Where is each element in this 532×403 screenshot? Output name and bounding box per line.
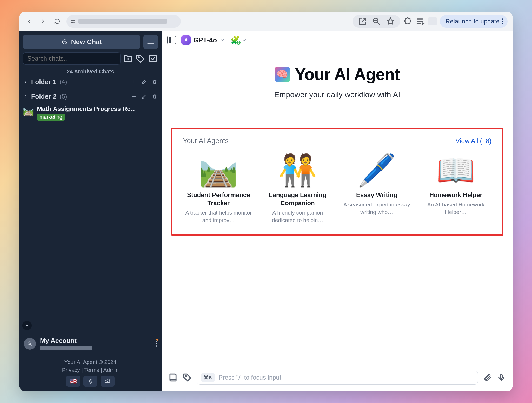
agent-name: Homework Helper [420,191,492,199]
hamburger-icon [147,40,154,44]
folder-row-2[interactable]: Folder 2 (5) [19,89,162,104]
address-actions [353,15,400,28]
edit-icon[interactable] [141,94,147,99]
agent-card[interactable]: 🖊️ Essay Writing A seasoned expert in es… [341,151,413,224]
agent-emoji-icon: 📖 [420,151,492,189]
new-folder-button[interactable] [123,54,133,63]
account-row[interactable]: My Account [19,332,162,355]
browser-toolbar: Relaunch to update [19,12,513,31]
bookmark-button[interactable] [386,17,395,26]
agent-emoji-icon: 🧑‍🤝‍🧑 [262,151,334,189]
plus-icon[interactable] [131,79,137,85]
star-icon [386,17,395,26]
new-chat-button[interactable]: New Chat [23,35,140,49]
avatar [24,338,36,350]
chat-bubble-icon [61,38,68,45]
reload-button[interactable] [52,17,62,26]
svg-point-9 [89,380,91,382]
profile-square[interactable] [428,17,437,25]
address-bar[interactable] [66,15,181,28]
tag-icon [136,54,145,63]
sidebar-menu-button[interactable] [143,35,158,49]
agent-card[interactable]: 📖 Homework Helper An AI-based Homework H… [420,151,492,224]
scroll-indicator[interactable] [22,321,32,330]
svg-point-6 [138,57,139,58]
agent-desc: A tracker that helps monitor and improv… [183,209,254,224]
plugin-selector[interactable]: 🧩5 [230,36,247,45]
agent-name: Essay Writing [341,191,413,199]
zoom-button[interactable] [372,17,381,26]
admin-link[interactable]: Admin [103,367,119,373]
folder-row-1[interactable]: Folder 1 (4) [19,75,162,89]
svg-point-3 [64,42,64,42]
panel-toggle-button[interactable] [167,36,176,44]
plus-icon[interactable] [131,94,137,99]
trash-icon[interactable] [152,79,157,85]
terms-link[interactable]: Terms [84,367,99,373]
agent-card[interactable]: 🧑‍🤝‍🧑 Language Learning Companion A frie… [262,151,334,224]
external-link-icon [358,17,367,26]
account-more-button[interactable] [156,340,157,348]
more-vert-icon [502,18,503,24]
book-icon [168,372,178,383]
select-button[interactable] [148,54,158,63]
account-name: My Account [40,337,92,344]
forward-button[interactable] [38,17,48,26]
main-toolbar: ✦ GPT-4o 🧩5 [162,31,513,49]
chat-title: Math Assignments Progress Re... [37,105,151,113]
chevron-right-icon [23,80,28,84]
prompt-library-button[interactable] [182,372,193,383]
view-all-link[interactable]: View All (18) [456,137,492,145]
app-logo-icon: 🧠 [275,67,290,82]
paperclip-icon [483,373,491,382]
agent-emoji-icon: 🖊️ [341,151,413,189]
privacy-link[interactable]: Privacy [62,367,80,373]
footer-copyright: Your AI Agent © 2024 [19,359,162,365]
attach-button[interactable] [482,372,493,383]
hero-section: 🧠 Your AI Agent Empower your daily workf… [162,49,513,99]
agents-section-title: Your AI Agents [183,137,229,145]
puzzle-piece-icon: 🧩5 [230,36,240,45]
search-input[interactable] [23,52,121,65]
checkbox-icon [148,54,158,63]
edit-icon[interactable] [141,79,147,85]
app-window: Relaunch to update New Chat [19,12,513,391]
composer-placeholder: Press "/" to focus input [218,374,281,381]
zoom-icon [372,17,381,26]
chat-tag: marketing [37,114,65,121]
agent-name: Student Performance Tracker [183,191,254,207]
theme-button[interactable] [83,376,97,387]
chat-item[interactable]: 🛤️ Math Assignments Progress Re... marke… [19,104,162,122]
extensions-button[interactable] [403,17,413,26]
playlist-button[interactable] [416,17,425,26]
playlist-icon [416,17,425,26]
agent-card[interactable]: 🛤️ Student Performance Tracker A tracker… [183,151,254,224]
mic-button[interactable] [496,372,507,383]
tune-icon [70,18,76,24]
address-blur [78,19,167,24]
cloud-button[interactable] [101,376,115,387]
library-button[interactable] [168,372,178,383]
chevron-right-icon [23,94,28,99]
model-selector[interactable]: ✦ GPT-4o [181,35,225,45]
composer-input[interactable]: ⌘K Press "/" to focus input [197,370,478,385]
sidebar-footer: Your AI Agent © 2024 Privacy | Terms | A… [19,355,162,391]
folder-plus-icon [123,54,133,63]
language-button[interactable]: 🇺🇸 [66,376,80,387]
trash-icon[interactable] [152,94,157,99]
tag-button[interactable] [136,54,145,63]
puzzle-icon [403,17,413,26]
main-panel: ✦ GPT-4o 🧩5 🧠 Your AI Agent Empower your… [162,31,513,391]
archived-chats-link[interactable]: 24 Archived Chats [19,68,162,75]
svg-rect-7 [150,55,156,62]
relaunch-button[interactable]: Relaunch to update [440,15,508,28]
svg-rect-11 [500,374,502,379]
new-chat-label: New Chat [71,38,102,46]
account-email-blur [40,346,92,350]
plugin-badge: 5 [236,40,241,45]
arrow-left-icon [26,18,32,24]
agent-name: Language Learning Companion [262,191,334,207]
chat-thumbnail: 🛤️ [23,105,34,116]
back-button[interactable] [24,17,34,26]
open-external-button[interactable] [358,17,367,26]
